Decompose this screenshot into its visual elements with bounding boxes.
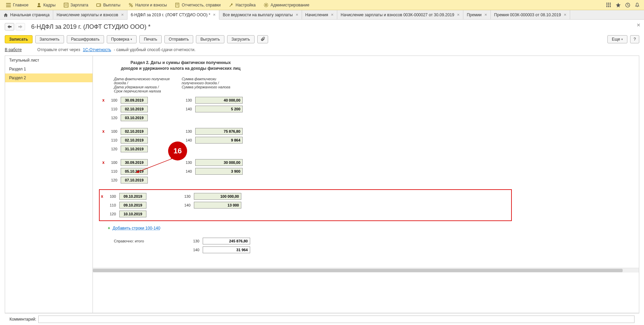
date-120-input[interactable]: [121, 146, 148, 152]
tab-1[interactable]: Начисление зарплаты и взносов✕: [53, 10, 127, 19]
menu-vyplaty[interactable]: Выплаты: [92, 0, 124, 10]
sum-140-input[interactable]: [194, 202, 241, 209]
comment-input[interactable]: [38, 316, 635, 323]
report-link[interactable]: 1С-Отчетность: [83, 47, 111, 52]
delete-row-icon[interactable]: x: [100, 194, 104, 199]
close-icon[interactable]: ✕: [296, 13, 298, 17]
wallet-icon: [96, 3, 101, 7]
more-button[interactable]: Еще: [607, 35, 627, 43]
star-icon[interactable]: [613, 0, 623, 10]
svg-rect-27: [606, 4, 607, 5]
tab-2-active[interactable]: 6-НДФЛ за 2019 г. (ЛОФТ СТУДИО ООО) *✕: [127, 10, 220, 20]
doc-icon: [175, 3, 180, 7]
write-button[interactable]: Записать: [5, 35, 33, 43]
svg-line-22: [264, 6, 265, 7]
comment-label: Комментарий:: [9, 317, 36, 322]
help-button[interactable]: ?: [630, 35, 639, 43]
total-140-input[interactable]: [203, 246, 250, 253]
svg-point-34: [637, 6, 638, 7]
date-110-input[interactable]: [121, 106, 148, 112]
sum-140-input[interactable]: [195, 137, 243, 144]
import-button[interactable]: Загрузить: [227, 35, 255, 43]
print-button[interactable]: Печать: [139, 35, 161, 43]
history-icon[interactable]: [623, 0, 632, 10]
sum-130-input[interactable]: [194, 193, 241, 200]
bell-icon[interactable]: [632, 0, 642, 10]
horizontal-scrollbar[interactable]: [93, 268, 639, 273]
sidenav-razdel2[interactable]: Раздел 2: [5, 73, 93, 82]
data-block: x 100 130 x 110 140 x 120: [101, 127, 512, 153]
sum-140-input[interactable]: [195, 168, 243, 175]
menu-nastroyka[interactable]: Настройка: [225, 0, 260, 10]
close-icon[interactable]: ✕: [564, 13, 566, 17]
sum-130-input[interactable]: [195, 97, 243, 104]
tab-6[interactable]: Премии✕: [463, 10, 491, 19]
delete-row-icon[interactable]: x: [101, 98, 106, 103]
decrypt-button[interactable]: Расшифровать: [67, 35, 104, 43]
delete-row-icon[interactable]: x: [101, 160, 106, 165]
date-120-input[interactable]: [119, 211, 146, 217]
tab-4[interactable]: Начисления✕: [302, 10, 338, 19]
date-110-input[interactable]: [121, 137, 148, 144]
close-icon[interactable]: ✕: [457, 13, 460, 17]
menu-main[interactable]: Главное: [2, 0, 33, 10]
tab-5[interactable]: Начисление зарплаты и взносов 00ЗК-00002…: [337, 10, 463, 19]
export-button[interactable]: Выгрузить: [196, 35, 224, 43]
plus-icon: +: [108, 226, 110, 231]
code-120: 120: [108, 212, 116, 216]
status-hint2: - самый удобный способ сдачи отчетности.: [114, 47, 196, 52]
page-title: 6-НДФЛ за 2019 г. (ЛОФТ СТУДИО ООО) *: [31, 23, 150, 30]
forward-button[interactable]: [16, 23, 25, 30]
fill-button[interactable]: Заполнить: [35, 35, 64, 43]
svg-line-37: [136, 157, 175, 173]
date-100-input[interactable]: [121, 97, 148, 104]
tab-home[interactable]: Начальная страница: [0, 10, 53, 19]
sidenav-title[interactable]: Титульный лист: [5, 56, 93, 65]
date-120-input[interactable]: [121, 114, 148, 121]
delete-row-icon[interactable]: x: [101, 129, 106, 134]
close-page-icon[interactable]: ✕: [637, 22, 641, 28]
menu-kadry[interactable]: Кадры: [33, 0, 60, 10]
menu-otchet[interactable]: Отчетность, справки: [171, 0, 225, 10]
date-100-input[interactable]: [121, 128, 148, 135]
code-140: 140: [157, 248, 199, 252]
svg-rect-26: [610, 3, 611, 4]
date-110-input[interactable]: [119, 202, 146, 209]
top-menu: Главное Кадры Зарплата Выплаты Налоги и …: [0, 0, 644, 10]
svg-rect-28: [608, 4, 609, 5]
attach-button[interactable]: [257, 35, 268, 43]
tab-3[interactable]: Все ведомости на выплату зарплаты✕: [219, 10, 302, 19]
code-130: 130: [157, 239, 199, 243]
send-button[interactable]: Отправить: [164, 35, 194, 43]
tab-7[interactable]: Премия 00ЗК-000003 от 08.10.2019✕: [491, 10, 570, 19]
totals: Справочно: итого 130 140: [101, 237, 512, 254]
code-100: 100: [109, 160, 117, 165]
total-130-input[interactable]: [203, 238, 250, 244]
close-icon[interactable]: ✕: [213, 13, 216, 17]
menu-zarplata-label: Зарплата: [71, 3, 88, 7]
sum-130-input[interactable]: [195, 128, 243, 135]
code-130: 130: [151, 129, 192, 133]
svg-rect-31: [608, 6, 609, 7]
sum-140-input[interactable]: [195, 106, 243, 112]
gear-icon: [264, 3, 268, 7]
sum-130-input[interactable]: [195, 159, 243, 166]
close-icon[interactable]: ✕: [484, 13, 487, 17]
back-button[interactable]: [5, 23, 14, 30]
apps-icon[interactable]: [604, 0, 613, 10]
date-100-input[interactable]: [119, 193, 146, 200]
code-100: 100: [109, 129, 117, 133]
menu-vyplaty-label: Выплаты: [103, 3, 120, 7]
side-nav: Титульный лист Раздел 1 Раздел 2: [5, 56, 93, 313]
menu-admin[interactable]: Администрирование: [260, 0, 313, 10]
close-icon[interactable]: ✕: [121, 13, 124, 17]
status-label[interactable]: В работе: [5, 47, 22, 52]
sidenav-razdel1[interactable]: Раздел 1: [5, 65, 93, 73]
menu-nalogi[interactable]: Налоги и взносы: [124, 0, 171, 10]
add-rows-link[interactable]: Добавить строки 100-140: [113, 226, 160, 231]
code-110: 110: [109, 138, 117, 142]
check-button[interactable]: Проверка: [107, 35, 137, 43]
menu-zarplata[interactable]: Зарплата: [60, 0, 93, 10]
menu-nastroyka-label: Настройка: [236, 3, 256, 7]
close-icon[interactable]: ✕: [331, 13, 334, 17]
